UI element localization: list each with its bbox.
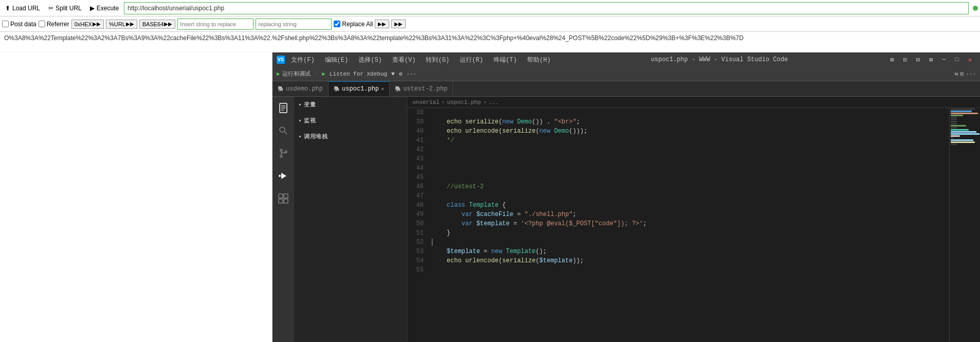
svg-rect-12 (279, 194, 283, 198)
tab-usdemo[interactable]: 🐘 usdemo.php (273, 81, 329, 97)
callstack-label: 调用堆栈 (304, 133, 328, 140)
layout-icon[interactable]: ⊟ (960, 70, 964, 77)
post-data-label: Post data (10, 21, 37, 28)
window-sidebar-btn[interactable]: ⊡ (899, 55, 911, 65)
run-debug-button[interactable]: ▶ 运行和调试 (277, 70, 311, 78)
url-button[interactable]: %URL ▶▶ (106, 20, 137, 29)
referrer-check[interactable] (39, 21, 45, 27)
referrer-checkbox[interactable]: Referrer (39, 21, 69, 28)
inserting-replacing-input[interactable] (256, 19, 332, 30)
vscode-body: ▾ 变量 ▾ 监视 ▾ 调用堆栈 (273, 97, 980, 342)
tab-ustest2-icon: 🐘 (395, 86, 401, 92)
execute-button[interactable]: ▶ Execute (87, 4, 122, 13)
menu-view[interactable]: 查看(V) (390, 55, 418, 65)
more-icon[interactable]: ··· (966, 71, 976, 77)
url-input[interactable] (124, 2, 969, 14)
editor-area: unserial › uspoc1.php › ... 38 39 40 41 … (407, 97, 980, 342)
activity-extensions-icon[interactable] (276, 191, 291, 206)
vscode-logo: VS (277, 56, 285, 64)
breadcrumb-dots: ... (488, 99, 499, 105)
split-url-button[interactable]: ✂ Split URL (45, 4, 85, 13)
extra-arrow-button[interactable]: ▶▶ (391, 20, 406, 28)
vscode-debug-toolbar: ▶ 运行和调试 | ▶ Listen for Xdebug ▼ ⚙ ··· ⇆ … (273, 67, 980, 81)
code-editor[interactable]: echo serialize(new Demo()) . "<br>"; ech… (428, 108, 949, 342)
replace-arrow-icon: ▶▶ (378, 21, 386, 27)
activity-search-icon[interactable] (276, 123, 291, 138)
status-dot (973, 6, 978, 11)
insert-replace-input[interactable] (177, 19, 253, 30)
tab-uspoc1[interactable]: 🐘 uspoc1.php ✕ (329, 81, 390, 97)
replace-all-checkbox[interactable]: Replace All (334, 21, 373, 28)
svg-rect-15 (284, 199, 288, 203)
activity-git-icon[interactable] (276, 146, 291, 160)
base64-button[interactable]: BASE64 ▶▶ (139, 20, 176, 29)
replace-all-label: Replace All (342, 21, 373, 28)
tab-usdemo-icon: 🐘 (278, 86, 284, 92)
menu-goto[interactable]: 转到(G) (424, 55, 451, 65)
window-maximize-btn[interactable]: □ (951, 55, 963, 65)
svg-rect-14 (279, 199, 283, 203)
toolbar-dots-icon[interactable]: ··· (406, 71, 416, 77)
post-data-check[interactable] (2, 21, 9, 27)
menu-edit[interactable]: 编辑(E) (323, 55, 351, 65)
output-text: O%3A8%3A%22Template%22%3A2%3A7Bs%3A9%3A%… (4, 34, 743, 42)
watch-section: ▾ 监视 (294, 113, 407, 129)
vscode-menu: 文件(F) 编辑(E) 选择(S) 查看(V) 转到(G) 运行(R) 终端(T… (289, 55, 553, 65)
window-grid-btn[interactable]: ⊞ (925, 55, 937, 65)
toolbar-separator: | (315, 71, 318, 77)
tab-ustest2-label: ustest-2.php (403, 85, 447, 93)
window-layout-btn[interactable]: ⊞ (886, 55, 898, 65)
post-data-checkbox[interactable]: Post data (2, 21, 37, 28)
vscode-editor: VS 文件(F) 编辑(E) 选择(S) 查看(V) 转到(G) 运行(R) 终… (273, 52, 980, 342)
referrer-label: Referrer (47, 21, 69, 28)
tab-uspoc1-close-icon[interactable]: ✕ (381, 86, 384, 92)
split-url-label: Split URL (56, 5, 82, 12)
dropdown-arrow-icon[interactable]: ▼ (391, 71, 395, 77)
window-minimize-btn[interactable]: ─ (938, 55, 950, 65)
activity-debug-icon[interactable] (276, 169, 291, 183)
svg-rect-13 (284, 194, 288, 198)
load-url-label: Load URL (12, 5, 40, 12)
replace-arrow-button[interactable]: ▶▶ (375, 20, 389, 28)
editor-tabs: 🐘 usdemo.php 🐘 uspoc1.php ✕ 🐘 ustest-2.p… (273, 81, 980, 97)
vscode-titlebar: VS 文件(F) 编辑(E) 选择(S) 查看(V) 转到(G) 运行(R) 终… (273, 52, 980, 67)
variables-header[interactable]: ▾ 变量 (294, 99, 407, 111)
load-url-icon: ⬆ (5, 5, 10, 12)
url-label: %URL (109, 21, 125, 27)
menu-select[interactable]: 选择(S) (356, 55, 384, 65)
hex-arrow-icon: ▶▶ (93, 21, 101, 27)
activity-explorer-icon[interactable] (276, 101, 291, 115)
watch-header[interactable]: ▾ 监视 (294, 115, 407, 127)
code-container[interactable]: 38 39 40 41 42 43 44 45 46 47 48 49 50 5… (407, 108, 980, 342)
window-close-btn[interactable]: ✕ (964, 55, 976, 65)
breadcrumb-unserial: unserial (412, 99, 440, 105)
listen-play-icon: ▶ (322, 70, 325, 77)
breadcrumb-file: uspoc1.php (447, 99, 481, 105)
menu-terminal[interactable]: 终端(T) (492, 55, 519, 65)
vscode-title: uspoc1.php - WWW - Visual Studio Code (557, 56, 882, 63)
chevron-down-icon: ▾ (298, 101, 302, 108)
load-url-button[interactable]: ⬆ Load URL (2, 4, 43, 13)
window-controls: ⊞ ⊡ ⊟ ⊞ ─ □ ✕ (886, 55, 976, 65)
watch-chevron-icon: ▾ (298, 117, 302, 124)
callstack-chevron-icon: ▾ (298, 133, 302, 140)
extra-arrow-icon: ▶▶ (394, 21, 403, 27)
callstack-header[interactable]: ▾ 调用堆栈 (294, 131, 407, 142)
breadcrumb-sep2: › (483, 99, 486, 105)
menu-run[interactable]: 运行(R) (458, 55, 485, 65)
tab-uspoc1-label: uspoc1.php (342, 85, 379, 93)
svg-line-5 (284, 132, 287, 134)
window-panel-btn[interactable]: ⊟ (912, 55, 924, 65)
breadcrumb-nav-icon[interactable]: ⇆ (955, 70, 958, 77)
play-icon: ▶ (277, 70, 280, 77)
svg-point-8 (285, 151, 287, 153)
menu-help[interactable]: 帮助(H) (525, 55, 553, 65)
menu-file[interactable]: 文件(F) (289, 55, 317, 65)
svg-point-4 (280, 127, 285, 132)
tab-ustest2[interactable]: 🐘 ustest-2.php (390, 81, 453, 97)
replace-all-check[interactable] (334, 21, 340, 27)
hex-button[interactable]: 0xHEX ▶▶ (71, 20, 104, 29)
debug-sidebar: ▾ 变量 ▾ 监视 ▾ 调用堆栈 (294, 97, 407, 342)
toolbar-gear-icon[interactable]: ⚙ (399, 70, 403, 77)
breadcrumb: unserial › uspoc1.php › ... (407, 97, 980, 108)
